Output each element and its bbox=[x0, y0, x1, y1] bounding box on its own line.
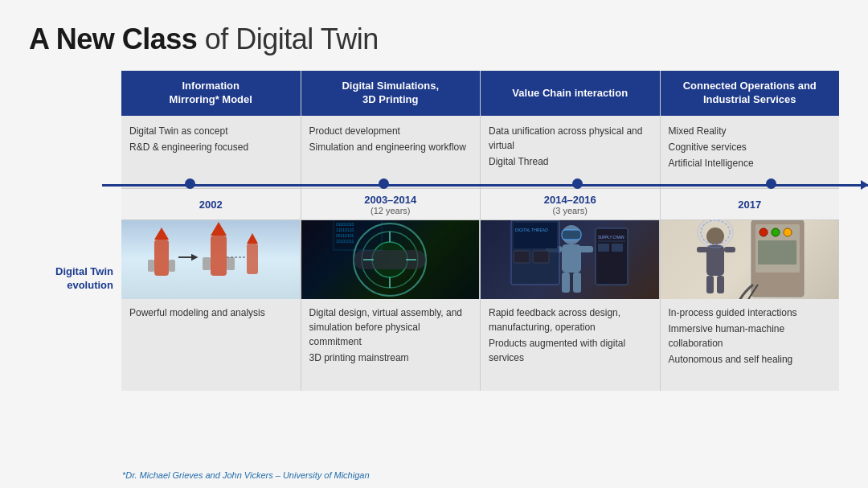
svg-rect-54 bbox=[717, 276, 724, 293]
title-rest: of Digital Twin bbox=[197, 23, 378, 55]
col2-year-sub: (12 years) bbox=[371, 206, 411, 215]
col1-image bbox=[121, 220, 301, 299]
svg-rect-50 bbox=[706, 245, 724, 276]
col4-upper: Mixed Reality Cognitive services Artific… bbox=[661, 116, 840, 188]
col2-img-placeholder: 01001010 11010110 00110101 10101011 bbox=[301, 220, 480, 299]
svg-rect-29 bbox=[577, 246, 593, 252]
col2-upper-item1: Product development bbox=[309, 124, 473, 138]
svg-marker-11 bbox=[247, 233, 258, 244]
svg-point-46 bbox=[772, 228, 780, 236]
svg-rect-8 bbox=[203, 257, 211, 270]
svg-rect-2 bbox=[148, 260, 154, 272]
col4-upper-item2: Cognitive services bbox=[669, 140, 832, 154]
svg-rect-51 bbox=[697, 247, 708, 252]
col2-year: 2003–2014 bbox=[364, 194, 416, 206]
rocket-svg bbox=[146, 220, 275, 299]
svg-rect-42 bbox=[612, 244, 623, 252]
col2-lower-item2: 3D printing mainstream bbox=[309, 351, 473, 365]
col4-lower: In-process guided interactions Immersive… bbox=[661, 299, 840, 391]
svg-rect-0 bbox=[154, 240, 169, 276]
col2-header: Digital Simulations, 3D Printing bbox=[301, 71, 481, 116]
col2-upper-item2: Simulation and engineering workflow bbox=[309, 140, 473, 154]
col4-year: 2017 bbox=[738, 199, 761, 211]
svg-point-45 bbox=[760, 228, 768, 236]
svg-text:11010110: 11010110 bbox=[336, 228, 354, 232]
svg-rect-37 bbox=[562, 230, 581, 240]
col4-image bbox=[661, 220, 840, 299]
col4-lower-item1: In-process guided interactions bbox=[669, 306, 832, 320]
svg-marker-7 bbox=[211, 222, 227, 236]
col1-year-cell: 2002 bbox=[121, 188, 301, 220]
svg-rect-30 bbox=[562, 273, 570, 293]
col1-img-placeholder bbox=[121, 220, 300, 299]
slide: A New Class of Digital Twin Digital Twin… bbox=[0, 0, 868, 488]
svg-rect-3 bbox=[169, 260, 175, 272]
columns-container: Information Mirroring* Model Digital Twi… bbox=[121, 71, 839, 391]
svg-rect-6 bbox=[211, 236, 227, 276]
col3-lower-item2: Products augmented with digital services bbox=[489, 336, 652, 365]
col3-lower-item1: Rapid feedback across design, manufactur… bbox=[489, 306, 652, 334]
col3-header: Value Chain interaction bbox=[481, 71, 660, 116]
col2-image: 01001010 11010110 00110101 10101011 bbox=[301, 220, 481, 299]
svg-rect-41 bbox=[598, 244, 609, 252]
svg-text:01001010: 01001010 bbox=[336, 222, 354, 227]
svg-text:10101011: 10101011 bbox=[336, 239, 354, 244]
col1-year: 2002 bbox=[199, 199, 223, 211]
col4-header: Connected Operations and Industrial Serv… bbox=[661, 71, 840, 116]
left-label-area: Digital Twinevolution bbox=[29, 167, 121, 391]
svg-rect-33 bbox=[514, 223, 557, 248]
svg-rect-31 bbox=[573, 273, 581, 293]
footnote: *Dr. Michael Grieves and John Vickers – … bbox=[122, 470, 370, 480]
col3-year: 2014–2016 bbox=[544, 194, 596, 206]
page-title: A New Class of Digital Twin bbox=[29, 23, 839, 56]
col1-header: Information Mirroring* Model bbox=[121, 71, 301, 116]
col1-upper-item2: R&D & engineering focused bbox=[129, 140, 293, 154]
col3-upper: Data unification across physical and vir… bbox=[481, 116, 660, 188]
svg-rect-36 bbox=[533, 251, 549, 263]
digital-twin-evolution-label: Digital Twinevolution bbox=[55, 265, 113, 293]
col3-year-sub: (3 years) bbox=[553, 206, 588, 215]
title-bold: A New Class bbox=[29, 23, 197, 55]
vr-svg: DIGITAL THREAD SUPPLY CHAIN bbox=[507, 220, 632, 299]
engine-svg: 01001010 11010110 00110101 10101011 bbox=[330, 220, 450, 299]
col2-lower: Digital design, virtual assembly, and si… bbox=[301, 299, 481, 391]
svg-text:DIGITAL THREAD: DIGITAL THREAD bbox=[515, 228, 548, 232]
svg-marker-1 bbox=[154, 228, 169, 240]
col2-lower-item1: Digital design, virtual assembly, and si… bbox=[309, 306, 473, 349]
col1-upper: Digital Twin as concept R&D & engineerin… bbox=[121, 116, 301, 188]
col4-lower-item3: Autonomous and self healing bbox=[669, 352, 832, 367]
svg-rect-9 bbox=[227, 257, 235, 270]
column-3: Value Chain interaction Data unification… bbox=[481, 71, 661, 391]
main-content: Digital Twinevolution Information Mirror… bbox=[29, 71, 839, 391]
column-2: Digital Simulations, 3D Printing Product… bbox=[301, 71, 481, 391]
col3-upper-item1: Data unification across physical and vir… bbox=[489, 124, 652, 153]
col3-upper-item2: Digital Thread bbox=[489, 154, 652, 169]
svg-rect-52 bbox=[724, 247, 735, 252]
col3-year-cell: 2014–2016 (3 years) bbox=[481, 188, 660, 220]
col2-upper: Product development Simulation and engin… bbox=[301, 116, 481, 188]
svg-rect-10 bbox=[247, 244, 258, 274]
column-1: Information Mirroring* Model Digital Twi… bbox=[121, 71, 301, 391]
col1-lower: Powerful modeling and analysis bbox=[121, 299, 301, 391]
svg-rect-48 bbox=[758, 240, 796, 265]
column-4: Connected Operations and Industrial Serv… bbox=[661, 71, 840, 391]
col4-img-placeholder bbox=[661, 220, 839, 299]
col1-upper-item1: Digital Twin as concept bbox=[129, 124, 293, 138]
col2-year-cell: 2003–2014 (12 years) bbox=[301, 188, 481, 220]
col3-lower: Rapid feedback across design, manufactur… bbox=[481, 299, 660, 391]
col4-lower-item2: Immersive human-machine collaboration bbox=[669, 322, 832, 351]
svg-text:00110101: 00110101 bbox=[336, 233, 354, 238]
col4-upper-item1: Mixed Reality bbox=[669, 124, 832, 138]
col4-upper-item3: Artificial Intelligence bbox=[669, 156, 832, 170]
col4-year-cell: 2017 bbox=[661, 188, 840, 220]
col3-image: DIGITAL THREAD SUPPLY CHAIN bbox=[481, 220, 660, 299]
svg-point-49 bbox=[706, 228, 724, 245]
svg-rect-35 bbox=[514, 251, 530, 263]
industrial-svg bbox=[687, 220, 812, 299]
timeline-arrow bbox=[861, 180, 868, 190]
col3-img-placeholder: DIGITAL THREAD SUPPLY CHAIN bbox=[481, 220, 659, 299]
col1-lower-item1: Powerful modeling and analysis bbox=[129, 306, 293, 320]
svg-text:SUPPLY CHAIN: SUPPLY CHAIN bbox=[598, 236, 624, 240]
svg-point-47 bbox=[784, 228, 792, 236]
svg-rect-53 bbox=[706, 276, 714, 293]
